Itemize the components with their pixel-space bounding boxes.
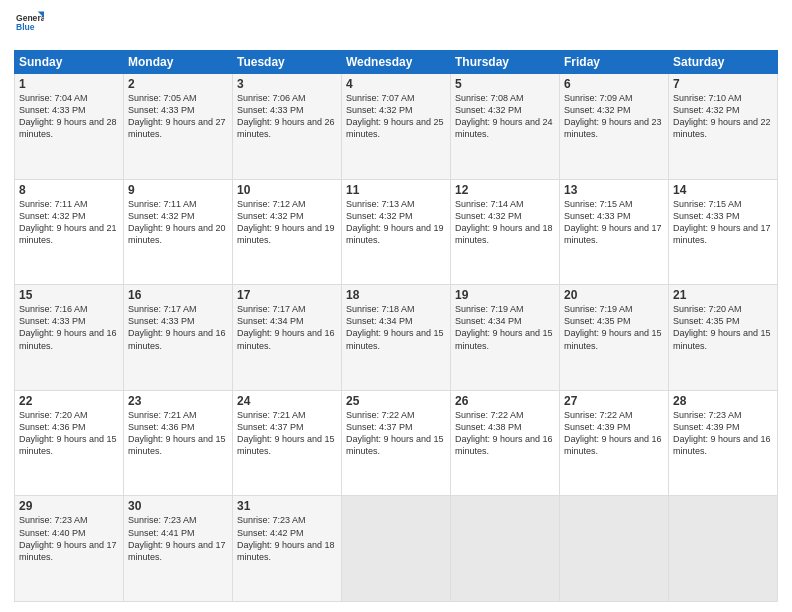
day-info: Sunrise: 7:20 AMSunset: 4:35 PMDaylight:…: [673, 304, 771, 350]
day-number: 7: [673, 77, 773, 91]
day-number: 26: [455, 394, 555, 408]
day-number: 17: [237, 288, 337, 302]
day-number: 24: [237, 394, 337, 408]
day-info: Sunrise: 7:15 AMSunset: 4:33 PMDaylight:…: [673, 199, 771, 245]
day-info: Sunrise: 7:11 AMSunset: 4:32 PMDaylight:…: [128, 199, 226, 245]
calendar-day: 15Sunrise: 7:16 AMSunset: 4:33 PMDayligh…: [15, 285, 124, 391]
day-info: Sunrise: 7:09 AMSunset: 4:32 PMDaylight:…: [564, 93, 662, 139]
day-info: Sunrise: 7:22 AMSunset: 4:39 PMDaylight:…: [564, 410, 662, 456]
calendar-day: 6Sunrise: 7:09 AMSunset: 4:32 PMDaylight…: [560, 74, 669, 180]
calendar-day: 30Sunrise: 7:23 AMSunset: 4:41 PMDayligh…: [124, 496, 233, 602]
day-number: 18: [346, 288, 446, 302]
day-number: 28: [673, 394, 773, 408]
day-info: Sunrise: 7:21 AMSunset: 4:37 PMDaylight:…: [237, 410, 335, 456]
day-number: 3: [237, 77, 337, 91]
calendar-week-2: 8Sunrise: 7:11 AMSunset: 4:32 PMDaylight…: [15, 179, 778, 285]
calendar-day: 22Sunrise: 7:20 AMSunset: 4:36 PMDayligh…: [15, 390, 124, 496]
day-number: 9: [128, 183, 228, 197]
logo: General Blue: [14, 10, 44, 42]
day-number: 13: [564, 183, 664, 197]
day-info: Sunrise: 7:17 AMSunset: 4:34 PMDaylight:…: [237, 304, 335, 350]
day-info: Sunrise: 7:19 AMSunset: 4:35 PMDaylight:…: [564, 304, 662, 350]
day-info: Sunrise: 7:16 AMSunset: 4:33 PMDaylight:…: [19, 304, 117, 350]
day-number: 20: [564, 288, 664, 302]
calendar-day: 14Sunrise: 7:15 AMSunset: 4:33 PMDayligh…: [669, 179, 778, 285]
day-number: 5: [455, 77, 555, 91]
calendar-day: 28Sunrise: 7:23 AMSunset: 4:39 PMDayligh…: [669, 390, 778, 496]
calendar-week-3: 15Sunrise: 7:16 AMSunset: 4:33 PMDayligh…: [15, 285, 778, 391]
calendar-week-5: 29Sunrise: 7:23 AMSunset: 4:40 PMDayligh…: [15, 496, 778, 602]
calendar-day: 12Sunrise: 7:14 AMSunset: 4:32 PMDayligh…: [451, 179, 560, 285]
day-info: Sunrise: 7:12 AMSunset: 4:32 PMDaylight:…: [237, 199, 335, 245]
calendar-day: 4Sunrise: 7:07 AMSunset: 4:32 PMDaylight…: [342, 74, 451, 180]
day-info: Sunrise: 7:06 AMSunset: 4:33 PMDaylight:…: [237, 93, 335, 139]
day-number: 6: [564, 77, 664, 91]
calendar-day: 24Sunrise: 7:21 AMSunset: 4:37 PMDayligh…: [233, 390, 342, 496]
day-header-wednesday: Wednesday: [342, 51, 451, 74]
day-info: Sunrise: 7:10 AMSunset: 4:32 PMDaylight:…: [673, 93, 771, 139]
day-info: Sunrise: 7:04 AMSunset: 4:33 PMDaylight:…: [19, 93, 117, 139]
svg-text:General: General: [16, 13, 44, 23]
calendar-day: [342, 496, 451, 602]
day-info: Sunrise: 7:22 AMSunset: 4:37 PMDaylight:…: [346, 410, 444, 456]
page-header: General Blue: [14, 10, 778, 42]
svg-text:Blue: Blue: [16, 22, 35, 32]
calendar-day: 1Sunrise: 7:04 AMSunset: 4:33 PMDaylight…: [15, 74, 124, 180]
day-number: 15: [19, 288, 119, 302]
calendar-day: 5Sunrise: 7:08 AMSunset: 4:32 PMDaylight…: [451, 74, 560, 180]
calendar-day: 25Sunrise: 7:22 AMSunset: 4:37 PMDayligh…: [342, 390, 451, 496]
calendar-day: [560, 496, 669, 602]
day-number: 19: [455, 288, 555, 302]
calendar-day: 16Sunrise: 7:17 AMSunset: 4:33 PMDayligh…: [124, 285, 233, 391]
day-info: Sunrise: 7:11 AMSunset: 4:32 PMDaylight:…: [19, 199, 117, 245]
day-info: Sunrise: 7:19 AMSunset: 4:34 PMDaylight:…: [455, 304, 553, 350]
day-info: Sunrise: 7:23 AMSunset: 4:41 PMDaylight:…: [128, 515, 226, 561]
calendar-day: 9Sunrise: 7:11 AMSunset: 4:32 PMDaylight…: [124, 179, 233, 285]
day-info: Sunrise: 7:08 AMSunset: 4:32 PMDaylight:…: [455, 93, 553, 139]
calendar-day: [451, 496, 560, 602]
day-info: Sunrise: 7:23 AMSunset: 4:40 PMDaylight:…: [19, 515, 117, 561]
day-header-tuesday: Tuesday: [233, 51, 342, 74]
calendar-day: 26Sunrise: 7:22 AMSunset: 4:38 PMDayligh…: [451, 390, 560, 496]
calendar-day: 27Sunrise: 7:22 AMSunset: 4:39 PMDayligh…: [560, 390, 669, 496]
day-number: 27: [564, 394, 664, 408]
day-number: 12: [455, 183, 555, 197]
day-info: Sunrise: 7:22 AMSunset: 4:38 PMDaylight:…: [455, 410, 553, 456]
day-info: Sunrise: 7:15 AMSunset: 4:33 PMDaylight:…: [564, 199, 662, 245]
calendar-week-1: 1Sunrise: 7:04 AMSunset: 4:33 PMDaylight…: [15, 74, 778, 180]
calendar-day: 11Sunrise: 7:13 AMSunset: 4:32 PMDayligh…: [342, 179, 451, 285]
day-info: Sunrise: 7:05 AMSunset: 4:33 PMDaylight:…: [128, 93, 226, 139]
day-number: 31: [237, 499, 337, 513]
day-info: Sunrise: 7:23 AMSunset: 4:42 PMDaylight:…: [237, 515, 335, 561]
calendar-day: 10Sunrise: 7:12 AMSunset: 4:32 PMDayligh…: [233, 179, 342, 285]
day-header-row: SundayMondayTuesdayWednesdayThursdayFrid…: [15, 51, 778, 74]
day-header-monday: Monday: [124, 51, 233, 74]
page-container: General Blue SundayMondayTuesdayWednesda…: [0, 0, 792, 612]
day-number: 25: [346, 394, 446, 408]
day-number: 2: [128, 77, 228, 91]
calendar-day: 13Sunrise: 7:15 AMSunset: 4:33 PMDayligh…: [560, 179, 669, 285]
day-number: 22: [19, 394, 119, 408]
day-info: Sunrise: 7:21 AMSunset: 4:36 PMDaylight:…: [128, 410, 226, 456]
day-header-friday: Friday: [560, 51, 669, 74]
day-info: Sunrise: 7:23 AMSunset: 4:39 PMDaylight:…: [673, 410, 771, 456]
logo-icon: General Blue: [16, 10, 44, 38]
day-info: Sunrise: 7:14 AMSunset: 4:32 PMDaylight:…: [455, 199, 553, 245]
calendar-day: 29Sunrise: 7:23 AMSunset: 4:40 PMDayligh…: [15, 496, 124, 602]
day-header-saturday: Saturday: [669, 51, 778, 74]
day-number: 29: [19, 499, 119, 513]
calendar-day: 18Sunrise: 7:18 AMSunset: 4:34 PMDayligh…: [342, 285, 451, 391]
calendar-day: 21Sunrise: 7:20 AMSunset: 4:35 PMDayligh…: [669, 285, 778, 391]
day-number: 11: [346, 183, 446, 197]
day-number: 4: [346, 77, 446, 91]
calendar-day: 7Sunrise: 7:10 AMSunset: 4:32 PMDaylight…: [669, 74, 778, 180]
day-number: 16: [128, 288, 228, 302]
calendar-day: 19Sunrise: 7:19 AMSunset: 4:34 PMDayligh…: [451, 285, 560, 391]
day-header-sunday: Sunday: [15, 51, 124, 74]
calendar-day: 3Sunrise: 7:06 AMSunset: 4:33 PMDaylight…: [233, 74, 342, 180]
calendar-day: 23Sunrise: 7:21 AMSunset: 4:36 PMDayligh…: [124, 390, 233, 496]
calendar-table: SundayMondayTuesdayWednesdayThursdayFrid…: [14, 50, 778, 602]
day-number: 8: [19, 183, 119, 197]
day-info: Sunrise: 7:18 AMSunset: 4:34 PMDaylight:…: [346, 304, 444, 350]
calendar-day: 8Sunrise: 7:11 AMSunset: 4:32 PMDaylight…: [15, 179, 124, 285]
